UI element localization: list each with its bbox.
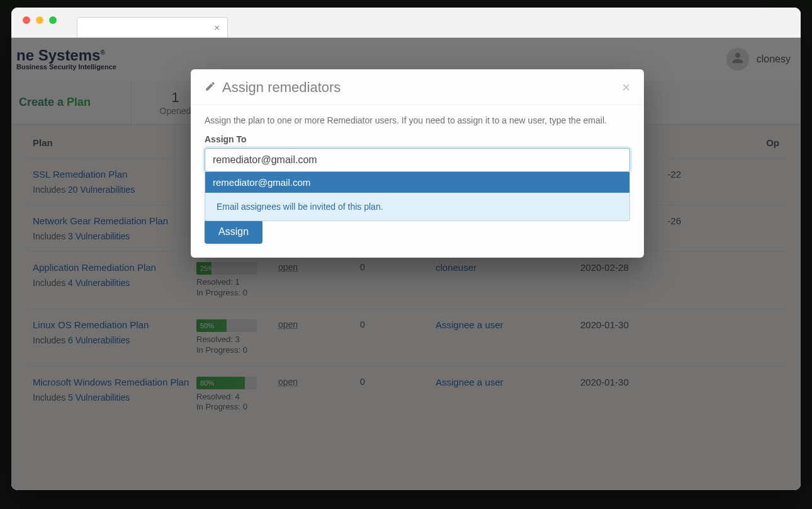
autocomplete-dropdown: remediator@gmail.com Email assignees wil… <box>205 172 630 221</box>
window-close[interactable] <box>23 16 30 24</box>
window-controls <box>11 8 65 24</box>
window-minimize[interactable] <box>36 16 43 24</box>
autocomplete-hint: Email assignees will be invited of this … <box>205 193 629 220</box>
modal-close-button[interactable]: × <box>622 79 630 96</box>
browser-tab[interactable]: × <box>77 17 228 37</box>
browser-chrome: × <box>11 8 801 38</box>
tab-close-icon[interactable]: × <box>214 22 220 33</box>
modal-body: Assign the plan to one or more Remediato… <box>191 105 644 258</box>
autocomplete-option[interactable]: remediator@gmail.com <box>205 172 629 193</box>
assign-to-label: Assign To <box>205 134 630 144</box>
assign-button[interactable]: Assign <box>205 220 262 244</box>
modal-header: Assign remediators × <box>191 69 644 105</box>
modal-title: Assign remediators <box>222 79 341 96</box>
tab-strip: × <box>77 8 228 37</box>
modal-description: Assign the plan to one or more Remediato… <box>205 115 630 125</box>
window-zoom[interactable] <box>49 16 57 24</box>
assign-input[interactable] <box>205 148 630 172</box>
browser-window: × ne Systems® Business Security Intellig… <box>11 8 801 490</box>
pencil-icon <box>205 79 216 96</box>
assign-remediators-modal: Assign remediators × Assign the plan to … <box>191 69 644 258</box>
